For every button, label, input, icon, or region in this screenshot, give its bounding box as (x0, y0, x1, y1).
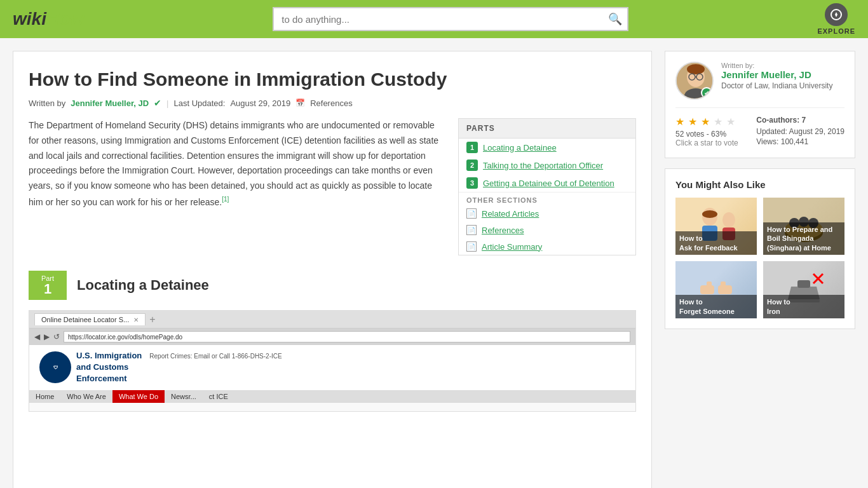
author-row: ✔ Written by: Jennifer Mueller, JD Docto… (675, 62, 844, 100)
logo[interactable]: wikiHow (13, 9, 84, 29)
tab-close-icon[interactable]: ✕ (133, 316, 139, 323)
part-title: Locating a Detainee (67, 277, 219, 294)
ymyl-thumb-3: How to Forget Someone (675, 261, 757, 318)
logo-area: wikiHow (13, 9, 84, 29)
last-updated-date: August 29, 2019 (230, 98, 290, 108)
sidebar-author-name[interactable]: Jennifer Mueller, JD (721, 69, 844, 80)
reload-icon[interactable]: ↺ (53, 332, 60, 341)
browser-tab[interactable]: Online Detainee Locator S... ✕ (34, 313, 146, 325)
ymyl-item-4[interactable]: How to Iron (763, 261, 844, 318)
article-area: How to Find Someone in Immigration Custo… (13, 51, 652, 488)
ymyl-caption-4: How to Iron (763, 295, 844, 318)
intro-text: The Department of Homeland Security (DHS… (29, 120, 438, 207)
explore-label: EXPLORE (817, 27, 855, 35)
other-item-summary[interactable]: 📄 Article Summary (459, 238, 635, 255)
tab-title: Online Detainee Locator S... (41, 316, 129, 323)
header: wikiHow 🔍 EXPLORE (0, 0, 868, 38)
article-meta: Written by Jennifer Mueller, JD ✔ | Last… (29, 98, 636, 108)
svg-point-3 (687, 64, 705, 74)
ice-report-crimes: Report Crimes: Email or Call 1-866-DHS-2… (149, 353, 625, 360)
updated-line: Updated: August 29, 2019 (756, 127, 844, 136)
meta-separator: | (166, 98, 168, 108)
author-avatar: ✔ (675, 62, 714, 100)
ymyl-caption-2: How to Prepare and Boil Shingada (Singha… (763, 222, 844, 255)
parts-box: PARTS 1 Locating a Detainee 2 Talking to… (458, 118, 636, 255)
document-icon-1: 📄 (466, 208, 477, 219)
ymyl-caption-3: How to Forget Someone (675, 295, 757, 318)
article-intro: The Department of Homeland Security (DHS… (29, 118, 443, 255)
search-icon: 🔍 (608, 12, 622, 26)
back-icon[interactable]: ◀ (34, 332, 40, 341)
parts-header: PARTS (459, 119, 635, 139)
star-1[interactable]: ★ (675, 116, 687, 127)
ymyl-thumb-4: How to Iron (763, 261, 844, 318)
logo-how: How (46, 9, 84, 29)
ice-nav-who[interactable]: Who We Are (60, 390, 112, 403)
svg-rect-20 (707, 281, 712, 290)
references-link[interactable]: References (310, 98, 352, 108)
star-2[interactable]: ★ (688, 116, 700, 127)
ice-nav-what[interactable]: What We Do (112, 390, 165, 403)
right-sidebar: ✔ Written by: Jennifer Mueller, JD Docto… (665, 51, 855, 488)
parts-item-3[interactable]: 3 Getting a Detainee Out of Detention (459, 174, 635, 192)
other-item-references[interactable]: 📄 References (459, 222, 635, 238)
part-number-2: 2 (466, 159, 478, 171)
ymyl-item-1[interactable]: How to Ask for Feedback (675, 198, 757, 255)
author-info: Written by: Jennifer Mueller, JD Doctor … (721, 62, 844, 100)
document-icon-3: 📄 (466, 241, 477, 252)
ymyl-caption-1: How to Ask for Feedback (675, 231, 757, 255)
ice-nav-contact[interactable]: ct ICE (203, 390, 234, 403)
intro-parts-row: The Department of Homeland Security (DHS… (29, 118, 636, 255)
star-3[interactable]: ★ (701, 116, 712, 127)
author-link[interactable]: Jennifer Mueller, JD (71, 98, 149, 108)
url-text: https://locator.ice.gov/odls/homePage.do (68, 334, 182, 341)
other-sections-label: OTHER SECTIONS (459, 192, 635, 205)
calendar-icon: 📅 (295, 98, 305, 107)
svg-point-10 (702, 210, 717, 218)
ymyl-item-2[interactable]: How to Prepare and Boil Shingada (Singha… (763, 198, 844, 255)
part-header: Part 1 Locating a Detainee (29, 271, 636, 300)
search-button[interactable]: 🔍 (602, 7, 628, 31)
part-number-3: 3 (466, 177, 478, 189)
url-bar[interactable]: https://locator.ice.gov/odls/homePage.do (64, 331, 630, 342)
footnote[interactable]: [1] (222, 196, 229, 203)
part-label-num: 1 (44, 282, 51, 296)
parts-item-2[interactable]: 2 Talking to the Deportation Officer (459, 156, 635, 174)
search-input[interactable] (273, 7, 602, 31)
ice-nav-bar: Home Who We Are What We Do Newsr... ct I… (29, 390, 635, 403)
written-by-label: Written by: (721, 62, 844, 69)
ice-nav-home[interactable]: Home (29, 390, 60, 403)
parts-item-text-3: Getting a Detainee Out of Detention (483, 179, 614, 188)
votes-text: 52 votes - 63% (675, 130, 746, 139)
ymyl-grid: How to Ask for Feedback (675, 198, 844, 318)
verified-badge: ✔ (154, 98, 161, 108)
star-5[interactable]: ★ (726, 116, 738, 127)
sidebar-author-title: Doctor of Law, Indiana University (721, 81, 844, 90)
star-rating: ★ ★ ★ ★ ★ (675, 116, 746, 127)
views-line: Views: 100,441 (756, 137, 844, 146)
parts-item-1[interactable]: 1 Locating a Detainee (459, 139, 635, 156)
part-section: Part 1 Locating a Detainee Online Detain… (29, 271, 636, 412)
ice-nav-news[interactable]: Newsr... (165, 390, 203, 403)
parts-item-text-2: Talking to the Deportation Officer (483, 161, 603, 170)
coauthors-area: Co-authors: 7 Updated: August 29, 2019 V… (756, 116, 844, 146)
author-box: ✔ Written by: Jennifer Mueller, JD Docto… (665, 51, 855, 158)
ymyl-thumb-2: How to Prepare and Boil Shingada (Singha… (763, 198, 844, 255)
star-4[interactable]: ★ (714, 116, 725, 127)
forward-icon[interactable]: ▶ (44, 332, 50, 341)
coauthors-label: Co-authors: 7 (756, 116, 844, 125)
ice-org-name: U.S. Immigrationand CustomsEnforcement (76, 350, 142, 385)
explore-area[interactable]: EXPLORE (817, 3, 855, 35)
new-tab-icon[interactable]: + (149, 314, 155, 325)
browser-tab-bar: Online Detainee Locator S... ✕ + (29, 311, 635, 329)
main-container: How to Find Someone in Immigration Custo… (0, 38, 868, 488)
ymyl-item-3[interactable]: How to Forget Someone (675, 261, 757, 318)
screenshot-area: Online Detainee Locator S... ✕ + ◀ ▶ ↺ h… (29, 310, 636, 412)
svg-point-11 (722, 212, 735, 227)
click-star-text: Click a star to vote (675, 139, 746, 147)
other-item-related[interactable]: 📄 Related Articles (459, 205, 635, 222)
ice-site-mock: 🛡 U.S. Immigrationand CustomsEnforcement… (29, 345, 635, 390)
ice-logo-area: 🛡 U.S. Immigrationand CustomsEnforcement (39, 350, 142, 385)
logo-wiki: wiki (13, 9, 46, 29)
ymyl-thumb-1: How to Ask for Feedback (675, 198, 757, 255)
